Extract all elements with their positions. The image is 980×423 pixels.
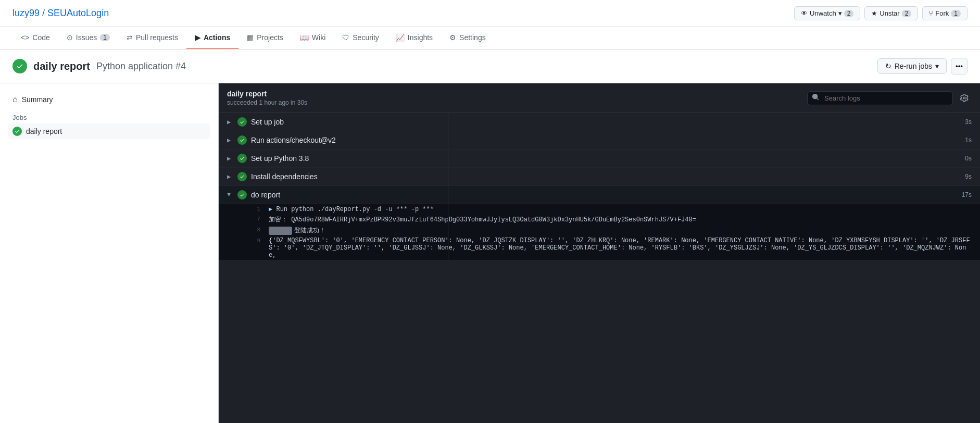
- job-status-icon: [12, 127, 22, 136]
- issues-icon: ⊙: [67, 33, 73, 42]
- actions-icon: ▶: [195, 33, 200, 42]
- log-step-do-report[interactable]: ▼ do report 17s: [219, 186, 980, 204]
- ellipsis-icon: •••: [956, 63, 963, 70]
- log-line-9: 9 {'DZ_MQSFWYSBL': '0', 'EMERGENCY_CONTA…: [219, 236, 980, 260]
- log-vertical-separator: [448, 113, 448, 260]
- step-name-do-report: do report: [251, 191, 958, 199]
- step-chevron-deps: ▶: [227, 173, 233, 181]
- line-content-1: ▶ Run python ./dayReport.py -d -u *** -p…: [269, 205, 434, 213]
- tab-wiki[interactable]: 📖 Wiki: [292, 27, 334, 49]
- log-search-area: [807, 91, 972, 105]
- rerun-jobs-button[interactable]: ↻ Re-run jobs ▾: [877, 58, 947, 74]
- page-subtitle: Python application #4: [96, 61, 186, 72]
- security-icon: 🛡: [342, 33, 349, 42]
- tab-actions[interactable]: ▶ Actions: [186, 27, 238, 49]
- line-number-8: 8: [244, 226, 260, 233]
- eye-icon: 👁: [801, 9, 808, 17]
- insights-icon: 📈: [396, 33, 405, 42]
- page-title-left: daily report Python application #4: [12, 59, 186, 73]
- step-status-do-report: [237, 190, 247, 200]
- step-status-deps: [237, 172, 247, 181]
- step-time-do-report: 17s: [962, 191, 972, 198]
- unwatch-button[interactable]: 👁 Unwatch ▾ 2: [794, 6, 860, 20]
- tab-settings[interactable]: ⚙ Settings: [441, 27, 494, 49]
- sidebar: ⌂ Summary Jobs daily report: [0, 83, 219, 423]
- tab-projects[interactable]: ▦ Projects: [238, 27, 292, 49]
- log-step-setup-job[interactable]: ▶ Set up job 3s: [219, 113, 980, 131]
- step-chevron-setup-job: ▶: [227, 118, 233, 126]
- step-time-checkout: 1s: [965, 136, 972, 144]
- step-chevron-do-report: ▼: [227, 191, 233, 198]
- line-content-9: {'DZ_MQSFWYSBL': '0', 'EMERGENCY_CONTACT…: [269, 237, 972, 259]
- log-lines-do-report: 1 ▶ Run python ./dayReport.py -d -u *** …: [219, 204, 980, 260]
- log-line-8: 8 ████登陆成功！: [219, 225, 980, 236]
- line-number-7: 7: [244, 215, 260, 222]
- tab-pull-requests[interactable]: ⇄ Pull requests: [118, 27, 186, 49]
- repo-title: luzy99 / SEUAutoLogin: [12, 8, 109, 19]
- page-title-bar: daily report Python application #4 ↻ Re-…: [0, 49, 980, 83]
- step-name-setup-job: Set up job: [251, 118, 961, 126]
- log-line-7: 7 加密： QA5d9o7R8WFAIRRjV+mxPzBPR92v3muJfz…: [219, 214, 980, 225]
- log-line-1: 1 ▶ Run python ./dayReport.py -d -u *** …: [219, 204, 980, 214]
- tab-issues[interactable]: ⊙ Issues 1: [58, 27, 118, 49]
- home-icon: ⌂: [12, 95, 18, 104]
- rerun-icon: ↻: [885, 62, 891, 70]
- log-step-python[interactable]: ▶ Set up Python 3.8 0s: [219, 150, 980, 168]
- step-name-python: Set up Python 3.8: [251, 154, 961, 163]
- nav-tabs: <> Code ⊙ Issues 1 ⇄ Pull requests ▶ Act…: [0, 27, 980, 49]
- dropdown-icon: ▾: [838, 9, 842, 17]
- workflow-status-icon: [12, 59, 27, 73]
- redacted-text: ████: [269, 227, 292, 235]
- more-options-button[interactable]: •••: [951, 58, 968, 74]
- repo-separator: /: [42, 8, 47, 18]
- log-search-wrapper: [807, 91, 953, 105]
- line-content-7: 加密： QA5d9o7R8WFAIRRjV+mxPzBPR92v3muJfztu…: [269, 215, 696, 224]
- log-step-checkout[interactable]: ▶ Run actions/checkout@v2 1s: [219, 131, 980, 150]
- step-time-deps: 9s: [965, 173, 972, 180]
- page-title: daily report: [33, 60, 90, 72]
- step-status-setup-job: [237, 117, 247, 127]
- pr-icon: ⇄: [127, 33, 133, 42]
- log-content: ▶ Set up job 3s ▶ Run actions/checkout@v…: [219, 113, 980, 260]
- wiki-icon: 📖: [300, 33, 309, 42]
- top-header: luzy99 / SEUAutoLogin 👁 Unwatch ▾ 2 ★ Un…: [0, 0, 980, 27]
- log-settings-button[interactable]: [957, 91, 972, 105]
- line-content-8: ████登陆成功！: [269, 226, 325, 235]
- unstar-button[interactable]: ★ Unstar 2: [864, 6, 918, 20]
- repo-name-link[interactable]: SEUAutoLogin: [47, 8, 109, 18]
- log-panel: daily report succeeded 1 hour ago in 30s: [219, 83, 980, 423]
- star-icon: ★: [871, 9, 877, 17]
- search-logs-input[interactable]: [807, 91, 953, 105]
- log-header: daily report succeeded 1 hour ago in 30s: [219, 83, 980, 113]
- tab-code[interactable]: <> Code: [12, 27, 58, 49]
- run-cmd-icon: ▶: [269, 206, 276, 213]
- tab-security[interactable]: 🛡 Security: [334, 27, 387, 49]
- sidebar-item-daily-report[interactable]: daily report: [8, 123, 210, 139]
- header-actions: 👁 Unwatch ▾ 2 ★ Unstar 2 ⑂ Fork 1: [794, 6, 968, 20]
- step-name-deps: Install dependencies: [251, 172, 961, 181]
- sidebar-item-summary[interactable]: ⌂ Summary: [8, 92, 210, 107]
- step-chevron-checkout: ▶: [227, 136, 233, 144]
- projects-icon: ▦: [247, 33, 254, 42]
- log-title-group: daily report succeeded 1 hour ago in 30s: [227, 90, 307, 106]
- rerun-dropdown-icon: ▾: [935, 62, 939, 70]
- log-step-deps[interactable]: ▶ Install dependencies 9s: [219, 168, 980, 186]
- line-number-1: 1: [244, 205, 260, 212]
- step-status-python: [237, 154, 247, 163]
- tab-insights[interactable]: 📈 Insights: [387, 27, 441, 49]
- page-title-actions: ↻ Re-run jobs ▾ •••: [877, 58, 968, 74]
- step-chevron-python: ▶: [227, 155, 233, 163]
- body-area: ⌂ Summary Jobs daily report daily report…: [0, 83, 980, 423]
- step-name-checkout: Run actions/checkout@v2: [251, 136, 961, 144]
- fork-icon: ⑂: [929, 9, 933, 17]
- settings-icon: ⚙: [449, 33, 456, 42]
- line-number-9: 9: [244, 237, 260, 244]
- app-wrapper: luzy99 / SEUAutoLogin 👁 Unwatch ▾ 2 ★ Un…: [0, 0, 980, 423]
- sidebar-jobs-label: Jobs: [8, 107, 210, 123]
- fork-button[interactable]: ⑂ Fork 1: [922, 6, 968, 20]
- code-icon: <>: [21, 33, 29, 42]
- step-time-python: 0s: [965, 155, 972, 162]
- repo-owner-link[interactable]: luzy99: [12, 8, 40, 18]
- step-status-checkout: [237, 135, 247, 145]
- step-time-setup-job: 3s: [965, 118, 972, 126]
